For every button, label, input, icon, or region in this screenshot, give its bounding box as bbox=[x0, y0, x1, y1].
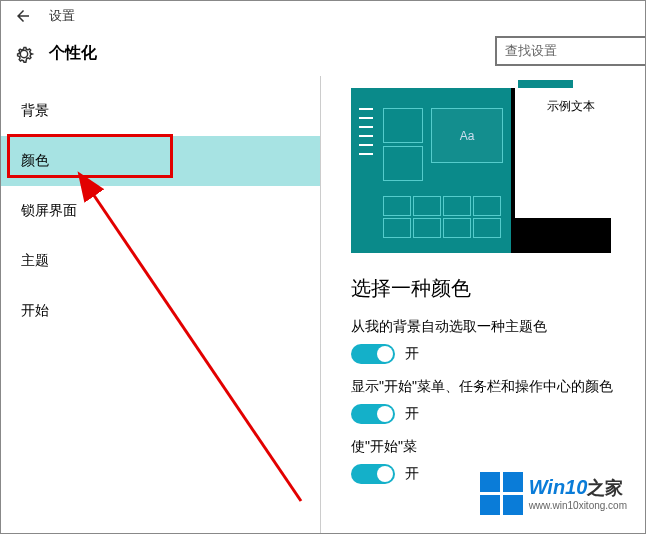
sidebar-item-label: 主题 bbox=[21, 252, 49, 270]
preview-tile-text: Aa bbox=[431, 108, 503, 163]
sidebar-item-lockscreen[interactable]: 锁屏界面 bbox=[1, 186, 320, 236]
option-start-color: 显示"开始"菜单、任务栏和操作中心的颜色 开 bbox=[351, 378, 645, 424]
toggle-auto-color[interactable] bbox=[351, 344, 395, 364]
toggle-state: 开 bbox=[405, 465, 419, 483]
toggle-state: 开 bbox=[405, 405, 419, 423]
color-preview: Aa 示例文本 bbox=[351, 88, 611, 253]
toggle-transparent[interactable] bbox=[351, 464, 395, 484]
option-auto-color: 从我的背景自动选取一种主题色 开 bbox=[351, 318, 645, 364]
main-area: 背景 颜色 锁屏界面 主题 开始 Aa 示例文本 选择一种颜色 bbox=[1, 76, 645, 533]
watermark: Win10之家 www.win10xitong.com bbox=[480, 472, 627, 515]
section-title: 选择一种颜色 bbox=[351, 275, 645, 302]
watermark-brand: Win10 bbox=[529, 476, 588, 498]
arrow-left-icon bbox=[14, 7, 32, 25]
toggle-state: 开 bbox=[405, 345, 419, 363]
preview-start: Aa bbox=[351, 88, 511, 253]
sidebar-item-label: 颜色 bbox=[21, 152, 49, 170]
search-input[interactable]: 查找设置 bbox=[495, 36, 645, 66]
option-label: 从我的背景自动选取一种主题色 bbox=[351, 318, 645, 336]
preview-sample-text: 示例文本 bbox=[547, 98, 595, 115]
toggle-start-color[interactable] bbox=[351, 404, 395, 424]
sidebar-item-themes[interactable]: 主题 bbox=[1, 236, 320, 286]
watermark-url: www.win10xitong.com bbox=[529, 500, 627, 511]
windows-logo-icon bbox=[480, 472, 523, 515]
sidebar-item-colors[interactable]: 颜色 bbox=[1, 136, 320, 186]
sidebar-item-background[interactable]: 背景 bbox=[1, 86, 320, 136]
sidebar: 背景 颜色 锁屏界面 主题 开始 bbox=[1, 76, 321, 533]
titlebar-label: 设置 bbox=[49, 7, 75, 25]
option-label: 使"开始"菜 bbox=[351, 438, 645, 456]
content: Aa 示例文本 选择一种颜色 从我的背景自动选取一种主题色 开 显示"开始"菜单… bbox=[321, 76, 645, 533]
sidebar-item-label: 锁屏界面 bbox=[21, 202, 77, 220]
page-title: 个性化 bbox=[49, 43, 97, 64]
watermark-suffix: 之家 bbox=[587, 478, 623, 498]
titlebar: 设置 bbox=[1, 1, 645, 31]
sidebar-item-label: 背景 bbox=[21, 102, 49, 120]
sidebar-item-start[interactable]: 开始 bbox=[1, 286, 320, 336]
option-label: 显示"开始"菜单、任务栏和操作中心的颜色 bbox=[351, 378, 645, 396]
search-placeholder: 查找设置 bbox=[505, 42, 557, 60]
back-button[interactable] bbox=[11, 4, 35, 28]
gear-icon bbox=[13, 43, 35, 65]
sidebar-item-label: 开始 bbox=[21, 302, 49, 320]
